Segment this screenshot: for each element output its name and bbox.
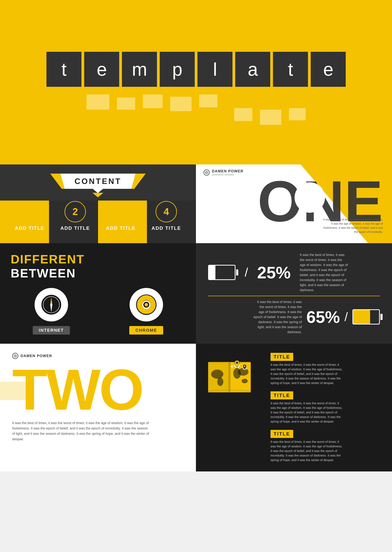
deco-sq-1 (86, 94, 109, 110)
map-title-badge-1: TITLE (271, 353, 293, 361)
slide-different-row: DIFFERENT BETWEEN INTERNET (0, 243, 392, 344)
content-item-3: 3 ADD TITLE (106, 201, 135, 231)
one-white-circle (294, 182, 325, 213)
battery-row-65: / 65% It was the best of times. it was t… (208, 299, 380, 334)
map-title-block-2: TITLE It was the best of times, it was t… (271, 391, 381, 424)
slide-map-panel: ✦ TITLE It was the best of times, it was… (196, 344, 392, 471)
content-item-4: 4 ADD TITLE (152, 201, 181, 231)
chrome-circle (130, 288, 163, 321)
battery-icon-65 (352, 309, 380, 325)
brand-logo-top: DAMEN POWER powerpoint template (203, 169, 243, 176)
deco-sq-8 (289, 108, 306, 120)
svg-point-19 (211, 370, 223, 379)
two-big-text: TWO (12, 365, 184, 414)
slide-two-row: DAMEN POWER TWO It was the best of times… (0, 344, 392, 471)
slide-content-row: CONTENT 1 ADD TITLE 2 ADD TITLE (0, 164, 392, 243)
chrome-icon (136, 294, 157, 315)
brand-sub-text: powerpoint template (212, 173, 243, 176)
slide-different-panel: DIFFERENT BETWEEN INTERNET (0, 243, 196, 344)
map-title-text-1: It was the best of times, it was the wor… (271, 362, 343, 385)
content-circle-2: 2 (64, 201, 86, 222)
map-title-block-3: TITLE It was the best of times, it was t… (271, 430, 381, 462)
svg-point-27 (244, 366, 245, 367)
battery-nub-65 (380, 314, 383, 320)
battery-percent-25: 25% (257, 263, 291, 282)
deco-sq-f (18, 391, 28, 400)
letter-m: m (122, 52, 157, 87)
deco-sq-d (0, 391, 9, 400)
diff-icon-chrome: CHROME (129, 288, 163, 334)
content-item-label-3: ADD TITLE (106, 225, 135, 231)
content-items: 1 ADD TITLE 2 ADD TITLE 3 ADD TITLE 4 (11, 201, 185, 231)
letter-l: l (197, 52, 232, 87)
deco-sq-5 (199, 94, 217, 107)
battery-slash-65: / (344, 310, 348, 324)
brand-icon-svg (205, 171, 208, 174)
two-deco-squares (0, 382, 28, 409)
svg-point-11 (145, 303, 148, 306)
slide-battery-panel: / 25% It was the best of times. it was t… (196, 243, 392, 344)
content-chevron2 (92, 193, 103, 197)
deco-sq-a (0, 382, 9, 391)
diff-icon-internet: INTERNET (33, 288, 70, 334)
compass-icon (41, 294, 62, 315)
map-top-section: ✦ TITLE It was the best of times, it was… (207, 353, 381, 462)
svg-point-23 (242, 379, 248, 383)
battery-nub-25 (236, 269, 238, 276)
map-illustration: ✦ (207, 353, 261, 405)
map-titles-section: TITLE It was the best of times, it was t… (271, 353, 381, 462)
letter-t2: t (273, 52, 308, 87)
content-item-label-4: ADD TITLE (152, 225, 181, 231)
battery-slash-25: / (245, 265, 248, 279)
battery-desc-65: It was the best of times. it was the wor… (253, 299, 302, 334)
diff-icons-row: INTERNET (11, 288, 185, 334)
letter-a: a (235, 52, 270, 87)
battery-percent-65: 65% (307, 307, 340, 327)
letter-e2: e (311, 52, 346, 87)
deco-sq-e (9, 391, 18, 400)
battery-fill-25 (209, 266, 215, 279)
svg-point-25 (236, 362, 238, 364)
content-item-label-1: ADD TITLE (15, 225, 44, 231)
map-title-text-3: It was the best of times, it was the wor… (271, 439, 343, 462)
content-circle-4: 4 (156, 201, 177, 222)
diff-word-between: BETWEEN (11, 266, 76, 280)
content-circle-1: 1 (19, 201, 40, 222)
battery-body-25 (208, 265, 236, 280)
slide-content-panel: CONTENT 1 ADD TITLE 2 ADD TITLE (0, 164, 196, 243)
deco-sq-3 (143, 94, 163, 108)
content-item-1: 1 ADD TITLE (15, 201, 44, 231)
brand-icon-two (14, 354, 17, 358)
svg-point-7 (50, 304, 52, 306)
brand-name-text: DAMEN POWER (212, 169, 243, 173)
map-title-badge-3: TITLE (271, 430, 293, 438)
battery-body-65 (352, 309, 380, 325)
svg-point-22 (238, 368, 248, 376)
battery-divider (208, 296, 380, 296)
content-circle-3: 3 (110, 201, 131, 222)
letter-p: p (160, 52, 195, 87)
diff-word-different: DIFFERENT (11, 252, 84, 266)
battery-desc-25: It was the best of times. it was the wor… (300, 252, 349, 292)
slide-hero: t e m p l a t e (0, 0, 392, 164)
deco-sq-2 (117, 98, 135, 110)
internet-label: INTERNET (33, 326, 70, 334)
battery-fill-65 (353, 310, 370, 324)
template-title: t e m p l a t e (46, 52, 346, 87)
battery-icon-25 (208, 265, 236, 280)
different-header: DIFFERENT BETWEEN (11, 252, 185, 280)
letter-e: e (84, 52, 119, 87)
map-svg: ✦ (207, 353, 252, 396)
deco-sq-6 (234, 108, 252, 121)
deco-sq-b (9, 382, 18, 391)
compass-circle (35, 288, 68, 321)
map-title-text-2: It was the best of times, it was the wor… (271, 401, 343, 424)
letter-t: t (46, 52, 81, 87)
slide-two-panel: DAMEN POWER TWO It was the best of times… (0, 344, 196, 471)
brand-circle-icon (203, 170, 210, 176)
deco-sq-c (18, 382, 28, 391)
content-item-2: 2 ADD TITLE (60, 201, 90, 231)
content-item-label-2: ADD TITLE (60, 225, 90, 231)
svg-point-20 (217, 377, 223, 386)
map-title-block-1: TITLE It was the best of times, it was t… (271, 353, 381, 385)
